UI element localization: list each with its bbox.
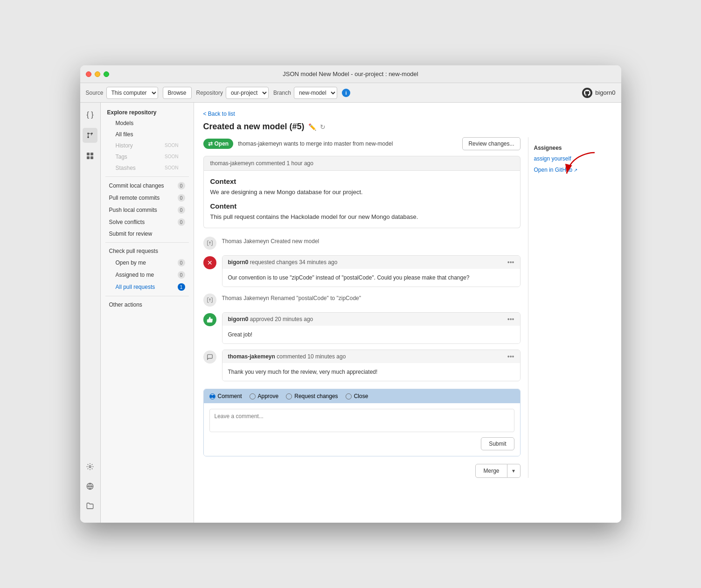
svg-point-7 [89,466,91,468]
source-label: Source [86,90,104,96]
sidebar-item-submit-review[interactable]: Submit for review [103,228,192,239]
open-by-me-label: Open by me [116,259,146,266]
svg-point-0 [87,133,89,134]
all-pull-badge: 1 [178,283,185,291]
sidebar-item-stashes[interactable]: Stashes SOON [109,162,192,174]
radio-close[interactable]: Close [346,393,368,399]
timeline-item-4: bigorn0 approved 20 minutes ago ••• Grea… [203,312,521,344]
refresh-icon[interactable]: ↻ [320,123,326,131]
solve-conflicts-badge: 0 [178,218,185,226]
submit-button[interactable]: Submit [481,437,514,450]
radio-comment-circle [209,393,215,399]
svg-rect-5 [87,156,90,159]
back-to-list-link[interactable]: Back to list [203,111,235,117]
pr-content-area: Back to list Created a new model (#5) ✏️… [194,103,621,523]
settings-icon[interactable] [83,459,97,474]
sidebar-item-all-files[interactable]: All files [109,129,192,140]
minimize-button[interactable] [95,71,100,77]
sidebar-item-models[interactable]: Models [109,118,192,129]
context-text: We are designing a new Mongo database fo… [210,188,514,196]
git-icon[interactable] [83,128,97,143]
timeline-comment-text-5: Thank you very much for the review, very… [222,363,520,381]
radio-approve-label: Approve [258,393,279,399]
sidebar-item-open-by-me[interactable]: Open by me 0 [109,257,192,269]
radio-request-label: Request changes [294,393,338,399]
content-title: Content [210,202,514,210]
edit-icon[interactable]: ✏️ [308,123,316,131]
assign-area: assign yourself [534,155,606,162]
timeline-item-5: thomas-jakemeyn commented 10 minutes ago… [203,350,521,381]
comment-body: Context We are designing a new Mongo dat… [203,171,521,228]
timeline-icon-1 [203,237,216,250]
sidebar-item-push-local[interactable]: Push local commits 0 [103,204,192,216]
sidebar-item-other-actions[interactable]: Other actions [103,299,192,310]
sidebar-item-assigned-to-me[interactable]: Assigned to me 0 [109,269,192,281]
review-changes-button[interactable]: Review changes... [462,137,520,150]
pull-remote-badge: 0 [178,194,185,202]
pr-status-bar: ⇄ Open thomas-jakemeyn wants to merge in… [203,137,521,150]
branch-label: Branch [273,90,291,96]
radio-comment-label: Comment [218,393,242,399]
branch-select[interactable]: new-model [294,87,337,99]
radio-close-label: Close [354,393,368,399]
sidebar-item-history[interactable]: History SOON [109,140,192,151]
pr-sidebar: Assignees assign yourself [528,137,612,478]
timeline-icon-2: ✕ [203,256,216,269]
radio-request-changes[interactable]: Request changes [286,393,338,399]
push-local-label: Push local commits [109,207,157,213]
radio-approve[interactable]: Approve [250,393,279,399]
pr-open-icon: ⇄ [208,140,213,147]
repository-group: Repository our-project [196,87,269,99]
toolbar: Source This computer Browse Repository o… [80,83,621,103]
titlebar: JSON model New Model - our-project : new… [80,65,621,83]
pr-open-label: Open [215,140,229,147]
all-files-label: All files [116,131,133,138]
sidebar-item-all-pull[interactable]: All pull requests 1 [109,281,192,293]
close-button[interactable] [86,71,91,77]
branch-group: Branch new-model [273,87,337,99]
submit-row: Submit [209,437,514,450]
more-options-2[interactable]: ••• [507,259,514,266]
maximize-button[interactable] [104,71,109,77]
stashes-soon: SOON [158,165,185,171]
stashes-label: Stashes [116,165,136,171]
sidebar-item-commit-local[interactable]: Commit local changes 0 [103,180,192,192]
timeline-item-3: Thomas Jakemeyn Renamed "postalCode" to … [203,293,521,307]
comment-input[interactable] [209,409,514,432]
pr-status-text: thomas-jakemeyn wants to merge into mast… [238,140,393,147]
pr-main-content: ⇄ Open thomas-jakemeyn wants to merge in… [203,137,521,478]
username-label: bigorn0 [595,89,615,96]
svg-rect-6 [90,156,93,159]
more-options-5[interactable]: ••• [507,353,514,360]
grid-icon[interactable] [83,148,97,163]
comment-header: thomas-jakemeyn commented 1 hour ago [203,156,521,171]
merge-dropdown-button[interactable]: ▾ [507,464,521,478]
radio-approve-circle [250,393,256,399]
merge-button[interactable]: Merge [475,464,507,478]
pr-open-badge: ⇄ Open [203,139,234,149]
submit-review-label: Submit for review [109,231,153,237]
browse-button[interactable]: Browse [163,87,192,99]
more-options-4[interactable]: ••• [507,315,514,323]
radio-comment[interactable]: Comment [209,393,242,399]
timeline-item-1: Thomas Jakemeyn Created new model [203,236,521,250]
sidebar-item-solve-conflicts[interactable]: Solve conflicts 0 [103,216,192,228]
sidebar-item-pull-remote[interactable]: Pull remote commits 0 [103,192,192,204]
source-select[interactable]: This computer [106,87,158,99]
info-icon[interactable]: i [342,89,350,97]
sidebar-item-tags[interactable]: Tags SOON [109,151,192,162]
repository-select[interactable]: our-project [226,87,269,99]
folder-icon[interactable] [83,498,97,513]
timeline-author-4: bigorn0 approved 20 minutes ago [228,316,313,322]
timeline-icon-5 [203,350,216,364]
explore-title: Explore repository [101,106,194,118]
sidebar-item-check-pull[interactable]: Check pull requests [103,245,192,257]
timeline-comment-header-5: thomas-jakemeyn commented 10 minutes ago… [222,350,520,363]
svg-point-2 [87,136,89,138]
timeline-comment-text-2: Our convention is to use "zipCode" inste… [222,269,520,287]
braces-icon[interactable]: { } [83,107,97,122]
source-group: Source This computer [86,87,158,99]
context-title: Context [210,177,514,185]
global-icon[interactable] [83,479,97,494]
user-area: bigorn0 [582,88,615,98]
